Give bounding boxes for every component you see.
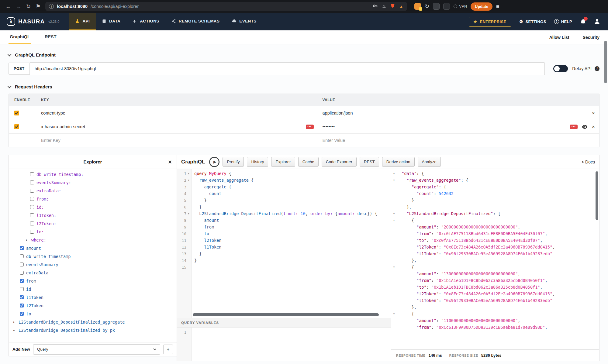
code-exporter-button[interactable]: Code Exporter [322, 157, 357, 167]
explorer-arg-row[interactable]: db_write_timestamp: [9, 170, 177, 178]
nav-item-actions[interactable]: ACTIONS [126, 13, 165, 30]
settings-button[interactable]: ⚙ SETTINGS [519, 19, 546, 24]
nav-item-events[interactable]: EVENTS [226, 13, 262, 30]
field-checkbox[interactable] [20, 271, 24, 275]
remove-header-button[interactable]: × [592, 124, 595, 129]
field-checkbox[interactable] [20, 295, 24, 299]
site-info-icon[interactable]: i [49, 4, 54, 9]
extension-icon[interactable] [414, 3, 421, 10]
new-header-key-input[interactable] [41, 138, 314, 143]
forward-icon[interactable]: → [16, 4, 21, 9]
explorer-root-row[interactable]: ▸L2StandardBridge_DepositFinalized_by_pk [9, 326, 177, 334]
analyze-button[interactable]: Analyze [418, 157, 441, 167]
explorer-field-row[interactable]: l1Token [9, 293, 177, 301]
header-value[interactable]: •••••••• [323, 124, 335, 129]
header-key[interactable]: x-hasura-admin-secret [41, 124, 85, 129]
arg-checkbox[interactable] [30, 172, 34, 176]
user-button[interactable] [594, 19, 600, 25]
response-scrollbar[interactable] [596, 171, 598, 220]
field-checkbox[interactable] [20, 287, 24, 291]
info-icon[interactable]: i [595, 66, 599, 71]
remove-header-button[interactable]: × [592, 111, 595, 116]
query-editor[interactable]: 1▾2▾34567▾89101112131415 query MyQuery {… [177, 169, 391, 318]
history-button[interactable]: History [247, 157, 268, 167]
derive-action-button[interactable]: Derive action [382, 157, 415, 167]
key-icon[interactable] [373, 3, 378, 10]
cache-button[interactable]: Cache [298, 157, 319, 167]
explorer-arg-row[interactable]: eventsSummary: [9, 178, 177, 187]
explorer-arg-row[interactable]: l2Token: [9, 219, 177, 228]
menu-icon[interactable]: ≡ [496, 3, 499, 10]
back-icon[interactable]: ← [5, 4, 11, 9]
vpn-button[interactable]: VPN [454, 4, 467, 9]
reveal-secret-button[interactable] [582, 125, 588, 129]
scrollbar-thumb[interactable] [193, 313, 379, 316]
help-button[interactable]: ? HELP [554, 19, 572, 24]
fold-icon[interactable]: ▾ [187, 172, 190, 175]
explorer-field-row[interactable]: id [9, 285, 177, 293]
new-header-value-input[interactable] [323, 138, 595, 143]
header-key[interactable]: content-type [41, 111, 65, 115]
explorer-arg-row[interactable]: l1Token: [9, 211, 177, 219]
fold-icon[interactable]: ▾ [393, 219, 395, 222]
explorer-arg-row[interactable]: id: [9, 203, 177, 211]
arg-checkbox[interactable] [30, 213, 34, 217]
warning-icon[interactable]: ▲ [399, 4, 403, 9]
fold-icon[interactable]: ▾ [187, 212, 190, 215]
tab-rest[interactable]: REST [43, 30, 58, 44]
explorer-field-row[interactable]: to [9, 310, 177, 318]
operation-type-select[interactable]: Query [33, 344, 160, 355]
rest-button[interactable]: REST [360, 157, 379, 167]
fold-icon[interactable]: ▾ [393, 172, 395, 175]
graphql-endpoint-input[interactable] [30, 62, 545, 75]
explorer-field-row[interactable]: l2Token [9, 301, 177, 310]
bookmark-icon[interactable]: ⚑ [36, 4, 40, 9]
extension-icon[interactable] [443, 3, 450, 10]
relay-api-toggle[interactable] [553, 65, 568, 72]
field-checkbox[interactable] [20, 246, 24, 250]
enable-checkbox[interactable] [14, 111, 19, 115]
explorer-root-row[interactable]: ▸L2StandardBridge_DepositFinalized_aggre… [9, 318, 177, 326]
explorer-arg-row[interactable]: extraData: [9, 187, 177, 195]
arg-checkbox[interactable] [30, 180, 34, 184]
fold-icon[interactable]: ▾ [393, 212, 395, 215]
nav-item-data[interactable]: DATA [96, 13, 126, 30]
query-code[interactable]: query MyQuery { raw_events_aggregate { a… [192, 169, 391, 318]
close-icon[interactable]: × [168, 159, 172, 165]
field-checkbox[interactable] [20, 312, 24, 316]
enterprise-button[interactable]: ★ ENTERPRISE [469, 17, 511, 27]
nav-item-api[interactable]: API [69, 13, 96, 30]
nav-item-remote-schemas[interactable]: REMOTE SCHEMAS [165, 13, 226, 30]
arg-checkbox[interactable] [30, 205, 34, 209]
notifications-button[interactable] [580, 19, 586, 25]
security-link[interactable]: Security [583, 35, 599, 40]
download-icon[interactable] [382, 3, 387, 10]
field-checkbox[interactable] [20, 304, 24, 307]
explorer-field-row[interactable]: eventsSummary [9, 260, 177, 269]
explorer-where-row[interactable]: ▸where: [9, 236, 177, 244]
arg-checkbox[interactable] [30, 197, 34, 201]
field-checkbox[interactable] [20, 254, 24, 258]
explorer-arg-row[interactable]: to: [9, 228, 177, 236]
arg-checkbox[interactable] [30, 221, 34, 225]
query-variables-header[interactable]: QUERY VARIABLES [177, 318, 391, 328]
explorer-arg-row[interactable]: from: [9, 195, 177, 203]
header-value[interactable]: application/json [323, 111, 353, 115]
reload-icon[interactable]: ↻ [26, 4, 31, 9]
fold-icon[interactable]: ▾ [187, 179, 190, 182]
fold-icon[interactable]: ▾ [393, 266, 395, 269]
prettify-button[interactable]: Prettify [223, 157, 244, 167]
tab-graphiql[interactable]: GraphiQL [9, 30, 31, 44]
add-operation-button[interactable]: + [163, 345, 173, 354]
masked-badge-icon[interactable]: ••• [306, 125, 314, 129]
extension-icon[interactable] [433, 3, 440, 10]
explorer-button[interactable]: Explorer [271, 157, 295, 167]
fold-icon[interactable]: ▾ [393, 312, 395, 315]
update-button[interactable]: Update [471, 2, 492, 11]
arg-checkbox[interactable] [30, 230, 34, 234]
arg-checkbox[interactable] [30, 189, 34, 193]
graphql-endpoint-section-header[interactable]: GraphQL Endpoint [9, 52, 599, 57]
explorer-field-row[interactable]: extraData [9, 269, 177, 277]
explorer-field-row[interactable]: db_write_timestamp [9, 252, 177, 260]
explorer-field-row[interactable]: amount [9, 244, 177, 252]
